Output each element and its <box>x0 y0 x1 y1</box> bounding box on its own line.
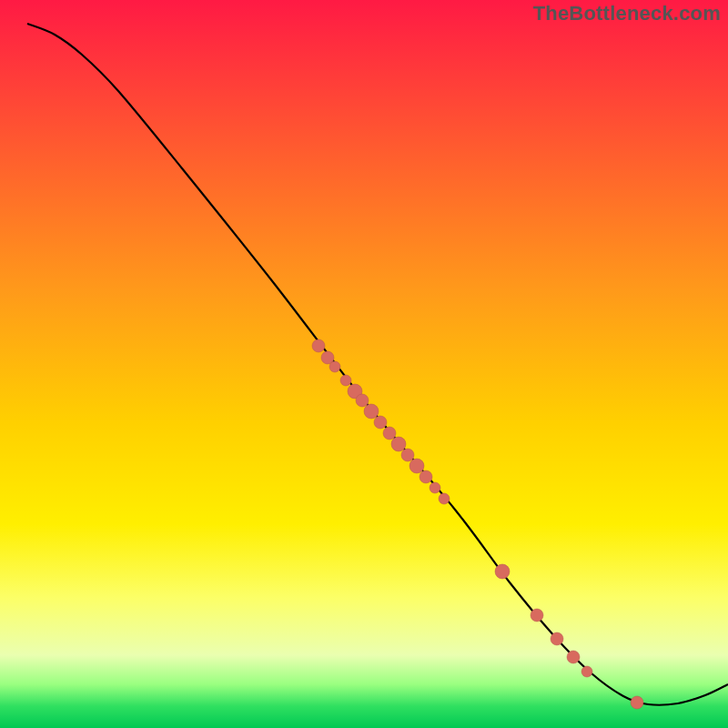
bottleneck-curve <box>27 24 728 705</box>
scatter-point <box>329 361 340 372</box>
chart-container: TheBottleneck.com <box>0 0 728 728</box>
scatter-points-group <box>312 339 643 709</box>
scatter-point <box>581 666 592 677</box>
scatter-point <box>364 404 379 419</box>
scatter-point <box>401 449 414 461</box>
chart-svg <box>0 0 728 728</box>
scatter-point <box>567 651 580 663</box>
scatter-point <box>374 416 387 429</box>
scatter-point <box>495 564 510 579</box>
scatter-point <box>531 609 543 622</box>
scatter-point <box>340 375 351 386</box>
scatter-point <box>383 427 396 440</box>
scatter-point <box>439 493 450 504</box>
scatter-point <box>356 394 369 407</box>
scatter-point <box>420 470 432 483</box>
scatter-point <box>631 696 643 709</box>
scatter-point <box>312 339 325 352</box>
scatter-point <box>551 632 563 645</box>
scatter-point <box>391 437 406 451</box>
scatter-point <box>430 482 440 493</box>
scatter-point <box>410 459 424 473</box>
